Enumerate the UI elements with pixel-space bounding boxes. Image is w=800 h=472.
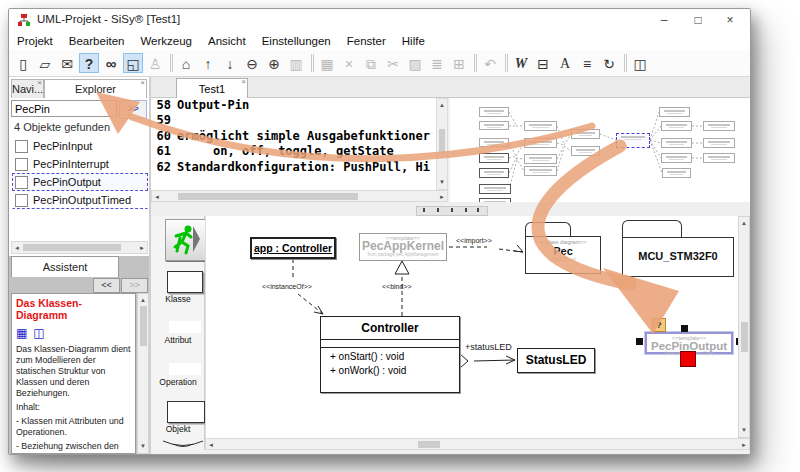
palette-operation-shape[interactable]: [169, 363, 201, 375]
properties-icon[interactable]: ▦: [317, 53, 337, 73]
print-icon[interactable]: ⊟: [533, 53, 553, 73]
up-arrow-icon[interactable]: ↑: [198, 53, 218, 73]
navigator-window-icon[interactable]: ◱: [123, 53, 143, 73]
menu-projekt[interactable]: Projekt: [9, 33, 61, 49]
diagram-vscrollbar[interactable]: ▲ ▼: [738, 216, 750, 438]
overview-node[interactable]: [479, 168, 509, 178]
person-icon[interactable]: ♙: [145, 53, 165, 73]
uml-package-pec-tab[interactable]: [525, 222, 571, 237]
checkbox[interactable]: [15, 158, 28, 171]
scroll-thumb[interactable]: [23, 244, 121, 251]
selection-handle-red[interactable]: [680, 351, 696, 367]
overview-node[interactable]: [571, 146, 600, 156]
code-editor[interactable]: 58Output-Pin5960ermöglicht simple Ausgab…: [151, 98, 445, 190]
overview-node[interactable]: [479, 153, 509, 163]
uml-package-pec[interactable]: <<class diagram>> Pec {ARM C++}: [525, 236, 601, 274]
run-button[interactable]: [165, 219, 207, 261]
overview-node[interactable]: [524, 138, 557, 148]
uml-class-statusled[interactable]: StatusLED: [517, 348, 595, 373]
open-folder-icon[interactable]: ▱: [35, 53, 55, 73]
zoom-in-icon[interactable]: ⊕: [264, 53, 284, 73]
scroll-thumb[interactable]: [741, 322, 748, 352]
uml-package-mcu-stm32f0[interactable]: MCU_STM32F0: [622, 237, 734, 277]
tab-explorer[interactable]: Explorer ×: [44, 79, 147, 98]
checkbox[interactable]: [15, 140, 28, 153]
word-export-icon[interactable]: W: [511, 53, 531, 73]
diagram-hscrollbar[interactable]: ◄ ►: [205, 438, 750, 450]
refresh-document-icon[interactable]: ↻: [599, 53, 619, 73]
overview-node[interactable]: [524, 154, 557, 164]
close-icon[interactable]: ×: [140, 79, 145, 87]
uml-package-mcu-tab[interactable]: [622, 220, 682, 238]
scroll-right-icon[interactable]: ►: [139, 243, 145, 254]
code-line[interactable]: 59: [151, 113, 445, 128]
screen-icon[interactable]: ▦: [16, 326, 27, 340]
tab-test1[interactable]: Test1 ×: [176, 78, 248, 99]
assistant-back-button[interactable]: <<: [93, 278, 120, 293]
search-expand-button[interactable]: >>: [119, 100, 147, 119]
menu-hilfe[interactable]: Hilfe: [394, 33, 433, 49]
list-item-pecpininterrupt[interactable]: PecPinInterrupt: [12, 155, 148, 173]
menu-fenster[interactable]: Fenster: [339, 33, 394, 49]
palette-curve-shape[interactable]: [161, 438, 205, 450]
new-document-icon[interactable]: ▯: [13, 53, 33, 73]
font-icon[interactable]: A: [555, 53, 575, 73]
overview-node-selected[interactable]: [616, 133, 650, 148]
splitter-handle[interactable]: [416, 206, 488, 216]
mail-icon[interactable]: ✉: [57, 53, 77, 73]
minimize-button[interactable]: –: [648, 9, 680, 31]
assistant-forward-button[interactable]: >>: [121, 278, 148, 293]
menu-bearbeiten[interactable]: Bearbeiten: [61, 33, 133, 49]
selection-handle[interactable]: [636, 338, 643, 345]
delete-icon[interactable]: ×: [339, 53, 359, 73]
list-icon[interactable]: ≣: [427, 53, 447, 73]
overview-node[interactable]: [703, 138, 735, 148]
code-line[interactable]: 60ermöglicht simple Ausgabefunktioner: [151, 129, 445, 144]
tab-assistent[interactable]: Assistent: [11, 256, 119, 277]
scroll-thumb[interactable]: [178, 193, 358, 200]
overview-node[interactable]: [662, 168, 691, 178]
diagram-overview-panel[interactable]: [450, 98, 750, 202]
selection-handle[interactable]: [681, 325, 688, 332]
checkbox[interactable]: [15, 176, 28, 189]
scroll-down-icon[interactable]: ▼: [741, 425, 747, 436]
code-line[interactable]: 62Standardkonfiguration: PushPull, Hi: [151, 160, 445, 175]
help-icon[interactable]: ?: [79, 53, 99, 73]
palette-klasse-shape[interactable]: [167, 271, 203, 293]
editor-vscrollbar[interactable]: ▲ ▼: [436, 98, 448, 190]
paste-icon[interactable]: ▨: [405, 53, 425, 73]
overview-node[interactable]: [661, 153, 692, 163]
diagram-canvas[interactable]: app : Controller <<template>> PecAppKern…: [205, 216, 740, 438]
overview-node[interactable]: [661, 138, 692, 148]
overview-node[interactable]: [571, 129, 600, 139]
scroll-up-icon[interactable]: ▲: [140, 295, 146, 306]
close-button[interactable]: ×: [714, 9, 746, 31]
list-item-pecpinoutputtimed[interactable]: PecPinOutputTimed: [12, 191, 148, 209]
grid-icon[interactable]: ⊞: [449, 53, 469, 73]
overview-node[interactable]: [524, 121, 557, 131]
search-binoculars-icon[interactable]: ∞: [101, 53, 121, 73]
overview-node[interactable]: [703, 121, 735, 131]
menu-werkzeug[interactable]: Werkzeug: [132, 33, 200, 49]
scroll-down-icon[interactable]: ▼: [439, 177, 445, 188]
scroll-thumb[interactable]: [418, 441, 440, 448]
overview-node[interactable]: [479, 121, 509, 130]
down-arrow-icon[interactable]: ↓: [220, 53, 240, 73]
list-item-pecpininput[interactable]: PecPinInput: [12, 137, 148, 155]
palette-attribut-shape[interactable]: [169, 321, 201, 333]
uml-object-app-controller[interactable]: app : Controller: [250, 237, 336, 259]
scroll-up-icon[interactable]: ▲: [439, 100, 445, 111]
book-icon[interactable]: ◫: [630, 53, 650, 73]
overview-node[interactable]: [661, 121, 692, 131]
overview-node[interactable]: [659, 107, 690, 117]
copy-icon[interactable]: ⧉: [361, 53, 381, 73]
maximize-button[interactable]: □: [682, 9, 714, 31]
tab-navi[interactable]: Navi... ×: [11, 79, 44, 98]
question-badge[interactable]: ?: [652, 318, 666, 332]
menu-ansicht[interactable]: Ansicht: [200, 33, 254, 49]
cut-icon[interactable]: ✂: [383, 53, 403, 73]
code-line[interactable]: 58Output-Pin: [151, 98, 445, 113]
undo-icon[interactable]: ↶: [480, 53, 500, 73]
overview-node[interactable]: [479, 107, 509, 117]
close-icon[interactable]: ×: [37, 79, 42, 87]
